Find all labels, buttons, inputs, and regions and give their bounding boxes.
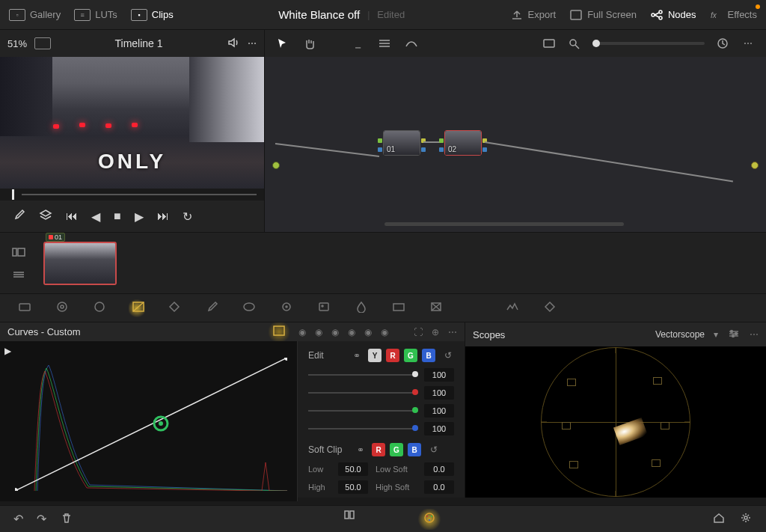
playhead[interactable] [12,189,14,200]
last-frame-button[interactable]: ⏭ [157,210,169,223]
node-tool-2-icon[interactable] [377,36,392,51]
val-g[interactable]: 100 [424,404,454,418]
softclip-link-icon[interactable]: ⚭ [357,444,364,455]
play-button[interactable]: ▶ [135,210,144,224]
val-y[interactable]: 100 [424,368,454,382]
sat-lum-icon[interactable]: ◉ [381,327,388,337]
source-port[interactable] [272,162,280,169]
chevron-down-icon[interactable]: ▾ [714,329,718,340]
color-wheels-icon[interactable] [54,301,70,316]
eyedropper-icon[interactable] [12,209,25,224]
blur-icon[interactable] [353,301,370,316]
timeline-name[interactable]: Timeline 1 [58,37,219,49]
node-tool-3-icon[interactable] [404,36,419,51]
expand-icon[interactable]: ⛶ [414,327,423,337]
key-icon[interactable] [390,301,407,316]
scrub-bar[interactable] [0,189,264,201]
output-port[interactable] [751,162,759,169]
gallery-tab[interactable]: ▫ Gallery [9,9,61,21]
high-value[interactable]: 50.0 [338,480,368,494]
link-icon[interactable]: ⚭ [353,350,361,361]
nodes-tab[interactable]: Nodes [650,9,696,21]
viewer-image[interactable]: ONLY [0,57,264,189]
stop-button[interactable]: ■ [114,210,121,223]
undo-button[interactable]: ↶ [13,512,23,526]
hdr-icon[interactable] [91,301,108,316]
sc-g-button[interactable]: G [390,443,403,456]
pointer-tool-icon[interactable] [275,36,290,51]
qualifier-icon[interactable] [203,301,220,316]
layers-icon[interactable] [39,209,52,224]
camera-raw-icon[interactable] [16,301,33,316]
audio-icon[interactable] [227,37,240,51]
node-01[interactable]: 01 [383,130,420,156]
prev-frame-button[interactable]: ◀ [91,210,100,224]
custom-curves-icon[interactable] [269,322,289,341]
delete-button[interactable] [60,512,73,527]
redo-button[interactable]: ↷ [37,512,46,526]
color-warper-icon[interactable] [166,301,183,316]
info-icon[interactable] [542,301,558,316]
thumbnail-size-slider[interactable] [592,42,705,45]
timeline-view-icon[interactable] [12,269,28,281]
sat-sat-icon[interactable]: ◉ [364,327,372,337]
first-frame-button[interactable]: ⏮ [66,210,78,223]
reset-edit-icon[interactable]: ↺ [444,350,452,361]
clips-view-icon[interactable] [12,246,28,258]
keyframe-icon[interactable] [504,301,521,316]
effects-tab[interactable]: fx Effects [709,9,757,21]
node-tool-1-icon[interactable]: ⎯ [350,36,365,51]
hand-tool-icon[interactable] [302,36,317,51]
curves-graph[interactable]: ▶ [0,341,298,501]
sizing-icon[interactable] [428,301,444,316]
fullscreen-button[interactable]: Full Screen [569,9,637,21]
node-02[interactable]: 02 [444,130,482,156]
curves-palette-icon[interactable] [129,298,145,319]
window-icon[interactable] [241,301,257,316]
node-scrollbar[interactable] [384,222,624,226]
low-value[interactable]: 50.0 [338,462,368,476]
history-icon[interactable] [715,36,730,51]
val-b[interactable]: 100 [424,422,454,435]
lum-sat-icon[interactable]: ◉ [348,327,355,337]
node-menu-icon[interactable]: ⋯ [741,36,756,51]
magic-mask-icon[interactable] [316,301,332,316]
zoom-value[interactable]: 51% [7,38,27,49]
curves-menu-icon[interactable]: ⋯ [448,327,457,337]
sc-b-button[interactable]: B [408,443,421,456]
val-r[interactable]: 100 [424,386,454,400]
color-page-icon[interactable] [417,509,442,530]
hue-hue-icon[interactable]: ◉ [298,327,306,337]
viewer-menu-icon[interactable]: ⋯ [248,38,257,49]
home-button[interactable] [712,512,726,527]
loop-button[interactable]: ↻ [183,210,192,224]
slider-y[interactable] [308,374,418,376]
settings-button[interactable] [739,512,753,527]
curve-handle-icon[interactable]: ▶ [4,346,11,356]
add-icon[interactable]: ⊕ [432,327,439,337]
clips-tab[interactable]: ▪ Clips [131,9,174,21]
hue-sat-icon[interactable]: ◉ [315,327,322,337]
stills-icon[interactable] [542,36,557,51]
export-button[interactable]: Export [510,9,557,21]
search-icon[interactable] [567,36,582,51]
sc-r-button[interactable]: R [372,443,385,456]
scope-mode[interactable]: Vectorscope [655,329,705,340]
channel-r-button[interactable]: R [386,349,399,362]
clip-thumbnail[interactable] [43,242,117,285]
lowsoft-value[interactable]: 0.0 [424,462,454,476]
slider-g[interactable] [308,410,418,412]
hue-lum-icon[interactable]: ◉ [331,327,339,337]
node-canvas[interactable]: 01 02 [265,57,766,229]
channel-g-button[interactable]: G [404,349,417,362]
channel-b-button[interactable]: B [422,349,435,362]
channel-y-button[interactable]: Y [368,349,382,362]
slider-b[interactable] [308,428,418,429]
reset-softclip-icon[interactable]: ↺ [430,444,438,455]
fit-icon[interactable] [34,37,51,49]
tracking-icon[interactable] [278,301,295,316]
highsoft-value[interactable]: 0.0 [424,480,454,494]
luts-tab[interactable]: ≡ LUTs [74,9,117,21]
scopes-menu-icon[interactable]: ⋯ [750,329,759,340]
page-nav-icon[interactable] [343,509,357,530]
